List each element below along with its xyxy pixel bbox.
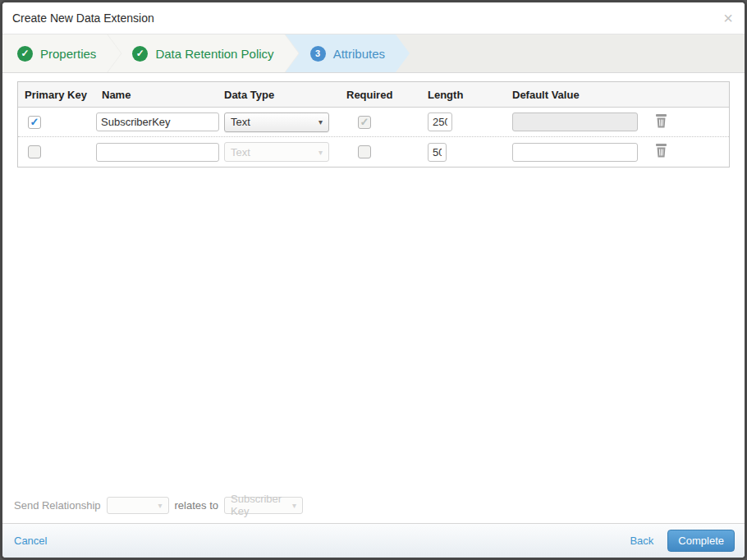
- dialog-content: Primary Key Name Data Type Required Leng…: [2, 74, 745, 523]
- data-type-select: Text ▾: [224, 142, 329, 162]
- header-length: Length: [428, 89, 512, 101]
- required-checkbox[interactable]: ✓: [358, 145, 371, 158]
- primary-key-checkbox[interactable]: ✓: [28, 116, 41, 129]
- relates-to-label: relates to: [175, 499, 218, 512]
- dialog-titlebar: Create New Data Extension ×: [2, 2, 745, 34]
- step-label: Data Retention Policy: [155, 47, 273, 61]
- header-required: Required: [340, 89, 428, 101]
- attributes-table: Primary Key Name Data Type Required Leng…: [17, 81, 730, 168]
- wizard-step-properties[interactable]: ✓ Properties: [2, 34, 121, 72]
- send-relationship-source-select: ▾: [107, 497, 169, 514]
- data-type-value: Text: [231, 146, 250, 158]
- step-label: Attributes: [333, 47, 385, 61]
- back-link[interactable]: Back: [630, 535, 653, 547]
- header-default-value: Default Value: [512, 89, 650, 101]
- cancel-link[interactable]: Cancel: [14, 535, 47, 547]
- data-type-value: Text: [231, 116, 250, 128]
- wizard-step-attributes[interactable]: 3 Attributes: [286, 34, 410, 72]
- header-name: Name: [95, 89, 224, 101]
- required-checkbox: ✓: [358, 116, 371, 129]
- complete-button[interactable]: Complete: [667, 530, 735, 552]
- dialog-footer: Cancel Back Complete: [2, 523, 745, 558]
- header-primary-key: Primary Key: [18, 89, 95, 101]
- table-header-row: Primary Key Name Data Type Required Leng…: [18, 82, 729, 108]
- name-input[interactable]: [96, 112, 219, 131]
- step-number-badge: 3: [310, 46, 326, 62]
- name-input[interactable]: [96, 143, 219, 162]
- chevron-down-icon: ▾: [319, 148, 323, 157]
- header-data-type: Data Type: [224, 89, 340, 101]
- step-label: Properties: [40, 47, 96, 61]
- default-value-input: [512, 112, 638, 131]
- table-row: ✓ Text ▾ ✓: [18, 108, 729, 137]
- send-relationship-label: Send Relationship: [14, 499, 101, 512]
- check-icon: ✓: [360, 116, 369, 128]
- delete-row-icon[interactable]: [654, 143, 668, 158]
- chevron-down-icon: ▾: [158, 501, 163, 510]
- chevron-down-icon: ▾: [292, 501, 296, 510]
- step-complete-check-icon: ✓: [132, 46, 148, 62]
- close-icon[interactable]: ×: [722, 10, 735, 26]
- target-value: Subscriber Key: [231, 493, 292, 517]
- data-type-select[interactable]: Text ▾: [224, 112, 329, 132]
- send-relationship-target-select: Subscriber Key ▾: [224, 497, 303, 514]
- wizard-step-bar: ✓ Properties ✓ Data Retention Policy 3 A…: [2, 34, 745, 73]
- delete-row-icon[interactable]: [654, 113, 668, 129]
- step-complete-check-icon: ✓: [17, 46, 33, 62]
- length-input[interactable]: [428, 143, 447, 162]
- length-input[interactable]: [428, 112, 452, 131]
- check-icon: ✓: [30, 116, 39, 128]
- wizard-step-data-retention-policy[interactable]: ✓ Data Retention Policy: [108, 34, 298, 72]
- table-row: ✓ Text ▾ ✓: [18, 137, 729, 167]
- default-value-input[interactable]: [512, 143, 638, 162]
- dialog-title: Create New Data Extension: [12, 11, 154, 25]
- chevron-down-icon: ▾: [319, 117, 323, 126]
- send-relationship-row: Send Relationship ▾ relates to Subscribe…: [14, 493, 303, 516]
- create-data-extension-dialog: Create New Data Extension × ✓ Properties…: [0, 0, 747, 560]
- primary-key-checkbox[interactable]: ✓: [28, 145, 41, 158]
